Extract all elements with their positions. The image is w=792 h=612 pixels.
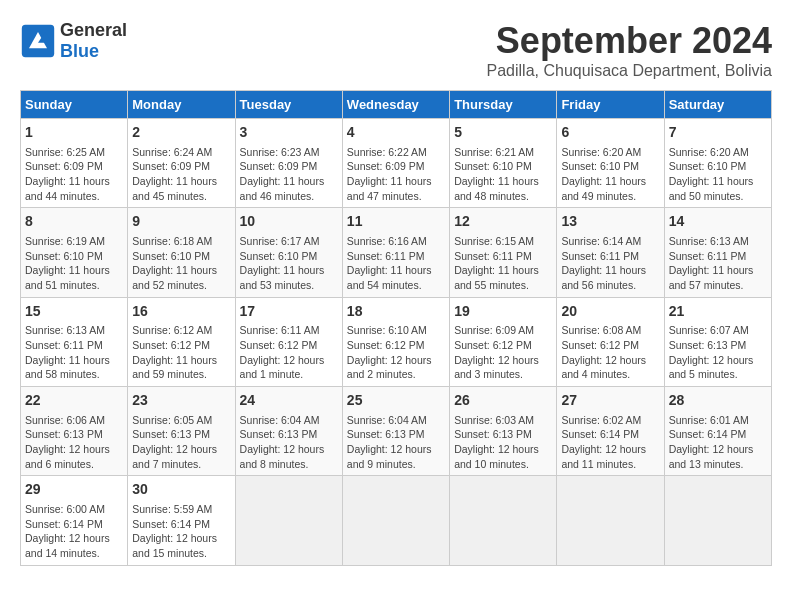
logo-text: General Blue	[60, 20, 127, 62]
day-info: Sunrise: 6:07 AMSunset: 6:13 PMDaylight:…	[669, 323, 767, 382]
calendar-week-5: 29Sunrise: 6:00 AMSunset: 6:14 PMDayligh…	[21, 476, 772, 565]
calendar-week-2: 8Sunrise: 6:19 AMSunset: 6:10 PMDaylight…	[21, 208, 772, 297]
calendar-cell	[235, 476, 342, 565]
day-number: 14	[669, 212, 767, 232]
day-info: Sunrise: 6:09 AMSunset: 6:12 PMDaylight:…	[454, 323, 552, 382]
day-info: Sunrise: 6:02 AMSunset: 6:14 PMDaylight:…	[561, 413, 659, 472]
day-info: Sunrise: 6:12 AMSunset: 6:12 PMDaylight:…	[132, 323, 230, 382]
day-info: Sunrise: 6:22 AMSunset: 6:09 PMDaylight:…	[347, 145, 445, 204]
day-info: Sunrise: 6:10 AMSunset: 6:12 PMDaylight:…	[347, 323, 445, 382]
logo-icon	[20, 23, 56, 59]
calendar-cell: 3Sunrise: 6:23 AMSunset: 6:09 PMDaylight…	[235, 119, 342, 208]
calendar-cell: 28Sunrise: 6:01 AMSunset: 6:14 PMDayligh…	[664, 387, 771, 476]
day-number: 19	[454, 302, 552, 322]
title-area: September 2024 Padilla, Chuquisaca Depar…	[487, 20, 772, 80]
calendar-cell: 14Sunrise: 6:13 AMSunset: 6:11 PMDayligh…	[664, 208, 771, 297]
calendar-cell	[450, 476, 557, 565]
day-number: 25	[347, 391, 445, 411]
calendar-cell: 2Sunrise: 6:24 AMSunset: 6:09 PMDaylight…	[128, 119, 235, 208]
calendar-cell: 24Sunrise: 6:04 AMSunset: 6:13 PMDayligh…	[235, 387, 342, 476]
day-number: 22	[25, 391, 123, 411]
day-info: Sunrise: 6:24 AMSunset: 6:09 PMDaylight:…	[132, 145, 230, 204]
calendar-week-4: 22Sunrise: 6:06 AMSunset: 6:13 PMDayligh…	[21, 387, 772, 476]
day-number: 23	[132, 391, 230, 411]
subtitle: Padilla, Chuquisaca Department, Bolivia	[487, 62, 772, 80]
day-number: 15	[25, 302, 123, 322]
day-number: 3	[240, 123, 338, 143]
calendar-cell: 29Sunrise: 6:00 AMSunset: 6:14 PMDayligh…	[21, 476, 128, 565]
calendar-cell: 8Sunrise: 6:19 AMSunset: 6:10 PMDaylight…	[21, 208, 128, 297]
day-number: 24	[240, 391, 338, 411]
day-number: 21	[669, 302, 767, 322]
day-number: 1	[25, 123, 123, 143]
day-info: Sunrise: 6:18 AMSunset: 6:10 PMDaylight:…	[132, 234, 230, 293]
header-saturday: Saturday	[664, 91, 771, 119]
calendar-cell: 25Sunrise: 6:04 AMSunset: 6:13 PMDayligh…	[342, 387, 449, 476]
header-monday: Monday	[128, 91, 235, 119]
calendar-cell: 9Sunrise: 6:18 AMSunset: 6:10 PMDaylight…	[128, 208, 235, 297]
calendar-cell: 1Sunrise: 6:25 AMSunset: 6:09 PMDaylight…	[21, 119, 128, 208]
day-info: Sunrise: 6:16 AMSunset: 6:11 PMDaylight:…	[347, 234, 445, 293]
calendar-cell: 30Sunrise: 5:59 AMSunset: 6:14 PMDayligh…	[128, 476, 235, 565]
day-info: Sunrise: 6:01 AMSunset: 6:14 PMDaylight:…	[669, 413, 767, 472]
day-number: 9	[132, 212, 230, 232]
day-info: Sunrise: 6:17 AMSunset: 6:10 PMDaylight:…	[240, 234, 338, 293]
day-info: Sunrise: 6:20 AMSunset: 6:10 PMDaylight:…	[561, 145, 659, 204]
header-wednesday: Wednesday	[342, 91, 449, 119]
day-number: 26	[454, 391, 552, 411]
calendar-cell: 20Sunrise: 6:08 AMSunset: 6:12 PMDayligh…	[557, 297, 664, 386]
calendar-cell: 10Sunrise: 6:17 AMSunset: 6:10 PMDayligh…	[235, 208, 342, 297]
calendar-week-3: 15Sunrise: 6:13 AMSunset: 6:11 PMDayligh…	[21, 297, 772, 386]
day-number: 12	[454, 212, 552, 232]
day-number: 30	[132, 480, 230, 500]
calendar-cell: 19Sunrise: 6:09 AMSunset: 6:12 PMDayligh…	[450, 297, 557, 386]
calendar-cell: 23Sunrise: 6:05 AMSunset: 6:13 PMDayligh…	[128, 387, 235, 476]
day-info: Sunrise: 6:25 AMSunset: 6:09 PMDaylight:…	[25, 145, 123, 204]
day-info: Sunrise: 6:21 AMSunset: 6:10 PMDaylight:…	[454, 145, 552, 204]
day-number: 28	[669, 391, 767, 411]
day-info: Sunrise: 6:13 AMSunset: 6:11 PMDaylight:…	[25, 323, 123, 382]
header-friday: Friday	[557, 91, 664, 119]
day-number: 16	[132, 302, 230, 322]
day-number: 5	[454, 123, 552, 143]
calendar-cell: 16Sunrise: 6:12 AMSunset: 6:12 PMDayligh…	[128, 297, 235, 386]
calendar-cell: 11Sunrise: 6:16 AMSunset: 6:11 PMDayligh…	[342, 208, 449, 297]
calendar-cell: 5Sunrise: 6:21 AMSunset: 6:10 PMDaylight…	[450, 119, 557, 208]
day-number: 10	[240, 212, 338, 232]
day-info: Sunrise: 6:23 AMSunset: 6:09 PMDaylight:…	[240, 145, 338, 204]
calendar-cell: 27Sunrise: 6:02 AMSunset: 6:14 PMDayligh…	[557, 387, 664, 476]
day-info: Sunrise: 6:06 AMSunset: 6:13 PMDaylight:…	[25, 413, 123, 472]
day-number: 29	[25, 480, 123, 500]
day-number: 27	[561, 391, 659, 411]
day-info: Sunrise: 6:04 AMSunset: 6:13 PMDaylight:…	[347, 413, 445, 472]
calendar-cell	[664, 476, 771, 565]
calendar-cell: 18Sunrise: 6:10 AMSunset: 6:12 PMDayligh…	[342, 297, 449, 386]
day-info: Sunrise: 6:19 AMSunset: 6:10 PMDaylight:…	[25, 234, 123, 293]
calendar-cell: 22Sunrise: 6:06 AMSunset: 6:13 PMDayligh…	[21, 387, 128, 476]
calendar-cell: 17Sunrise: 6:11 AMSunset: 6:12 PMDayligh…	[235, 297, 342, 386]
calendar-cell: 4Sunrise: 6:22 AMSunset: 6:09 PMDaylight…	[342, 119, 449, 208]
calendar-cell: 6Sunrise: 6:20 AMSunset: 6:10 PMDaylight…	[557, 119, 664, 208]
day-info: Sunrise: 6:00 AMSunset: 6:14 PMDaylight:…	[25, 502, 123, 561]
day-number: 17	[240, 302, 338, 322]
calendar-cell	[342, 476, 449, 565]
day-info: Sunrise: 6:05 AMSunset: 6:13 PMDaylight:…	[132, 413, 230, 472]
calendar-cell: 26Sunrise: 6:03 AMSunset: 6:13 PMDayligh…	[450, 387, 557, 476]
calendar-cell: 7Sunrise: 6:20 AMSunset: 6:10 PMDaylight…	[664, 119, 771, 208]
day-number: 20	[561, 302, 659, 322]
header-tuesday: Tuesday	[235, 91, 342, 119]
logo: General Blue	[20, 20, 127, 62]
day-info: Sunrise: 6:13 AMSunset: 6:11 PMDaylight:…	[669, 234, 767, 293]
day-info: Sunrise: 6:03 AMSunset: 6:13 PMDaylight:…	[454, 413, 552, 472]
day-number: 6	[561, 123, 659, 143]
day-info: Sunrise: 5:59 AMSunset: 6:14 PMDaylight:…	[132, 502, 230, 561]
day-number: 2	[132, 123, 230, 143]
day-info: Sunrise: 6:14 AMSunset: 6:11 PMDaylight:…	[561, 234, 659, 293]
day-number: 4	[347, 123, 445, 143]
calendar-week-1: 1Sunrise: 6:25 AMSunset: 6:09 PMDaylight…	[21, 119, 772, 208]
main-title: September 2024	[487, 20, 772, 62]
day-number: 18	[347, 302, 445, 322]
header-sunday: Sunday	[21, 91, 128, 119]
header-thursday: Thursday	[450, 91, 557, 119]
calendar-cell	[557, 476, 664, 565]
